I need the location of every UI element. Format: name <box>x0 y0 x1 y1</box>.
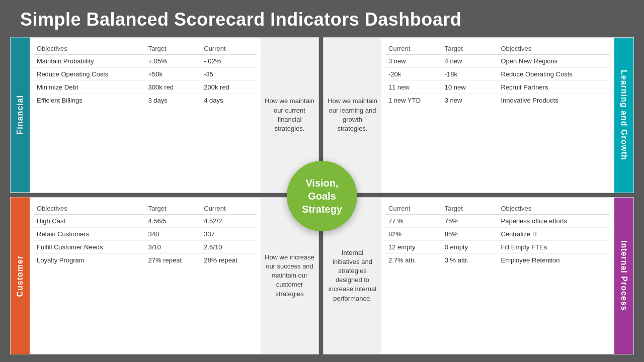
financial-col-current: Current <box>201 43 257 55</box>
financial-description: How we maintain our current financial st… <box>261 38 318 193</box>
table-cell: 300k red <box>145 81 201 94</box>
learning-quadrant: How we maintain our learning and growth … <box>323 37 634 193</box>
table-row: Reduce Operating Costs+50k-35 <box>34 68 257 81</box>
customer-col-objectives: Objectives <box>34 203 145 215</box>
table-row: 77 %75%Paperless office efforts <box>385 214 610 227</box>
table-cell: 82% <box>385 227 442 240</box>
table-cell: Employee Retention <box>498 253 611 266</box>
table-cell: 3 days <box>145 94 201 107</box>
table-cell: 11 new <box>385 81 442 94</box>
table-row: 11 new10 newRecruit Partners <box>385 81 610 94</box>
table-cell: -20k <box>385 68 442 81</box>
table-cell: 2.7% attr. <box>385 253 442 266</box>
customer-label: Customer <box>11 198 30 354</box>
table-cell: Loyalty Program <box>34 253 145 266</box>
table-cell: 3 new <box>442 94 498 107</box>
internal-col-target: Target <box>442 203 498 215</box>
table-cell: 10 new <box>442 81 498 94</box>
table-cell: Centralize IT <box>498 227 611 240</box>
table-cell: -35 <box>201 68 257 81</box>
table-cell: 3 % attr. <box>442 253 498 266</box>
table-cell: 3/10 <box>145 240 201 253</box>
table-cell: 0 empty <box>442 240 498 253</box>
table-cell: 3 new <box>385 55 442 68</box>
table-row: Maintain Probability+.05%-.02% <box>34 55 257 68</box>
table-cell: Reduce Operating Costs <box>498 68 611 81</box>
financial-table: Objectives Target Current Maintain Proba… <box>34 43 257 107</box>
table-cell: Fill Empty FTEs <box>498 240 611 253</box>
learning-col-target: Target <box>442 43 498 55</box>
financial-label: Financial <box>11 38 30 193</box>
customer-table: Objectives Target Current High Cast4.56/… <box>34 203 257 266</box>
financial-col-target: Target <box>145 43 201 55</box>
table-cell: +.05% <box>145 55 201 68</box>
table-cell: 2.6/10 <box>201 240 257 253</box>
internal-table: Current Target Objectives 77 %75%Paperle… <box>385 203 610 266</box>
page-title: Simple Balanced Scorecard Indicators Das… <box>0 0 644 37</box>
table-row: Efficient Billings3 days4 days <box>34 94 257 107</box>
internal-label: Internal Process <box>614 198 633 354</box>
customer-table-section: Objectives Target Current High Cast4.56/… <box>30 198 261 354</box>
table-cell: Fulfill Customer Needs <box>34 240 145 253</box>
table-cell: Recruit Partners <box>498 81 611 94</box>
financial-inner: Objectives Target Current Maintain Proba… <box>30 38 318 193</box>
table-row: High Cast4.56/54.52/2 <box>34 214 257 227</box>
learning-description: How we maintain our learning and growth … <box>324 38 381 193</box>
table-row: Retain Customers340337 <box>34 227 257 240</box>
table-cell: 200k red <box>201 81 257 94</box>
table-cell: Efficient Billings <box>34 94 145 107</box>
table-cell: 4.52/2 <box>201 214 257 227</box>
table-cell: 75% <box>442 214 498 227</box>
dashboard: Simple Balanced Scorecard Indicators Das… <box>0 0 644 362</box>
financial-table-section: Objectives Target Current Maintain Proba… <box>30 38 261 193</box>
table-cell: Paperless office efforts <box>498 214 611 227</box>
table-cell: 1 new YTD <box>385 94 442 107</box>
internal-col-current: Current <box>385 203 442 215</box>
table-cell: -.02% <box>201 55 257 68</box>
table-cell: 85% <box>442 227 498 240</box>
learning-table: Current Target Objectives 3 new4 newOpen… <box>385 43 610 107</box>
table-cell: 27% repeat <box>145 253 201 266</box>
table-cell: 77 % <box>385 214 442 227</box>
internal-inner: Current Target Objectives 77 %75%Paperle… <box>381 198 614 354</box>
learning-col-current: Current <box>385 43 442 55</box>
customer-inner: Objectives Target Current High Cast4.56/… <box>30 198 318 354</box>
table-cell: 340 <box>145 227 201 240</box>
internal-col-objectives: Objectives <box>498 203 611 215</box>
table-cell: 28% repeat <box>201 253 257 266</box>
table-cell: 4 new <box>442 55 498 68</box>
table-cell: Innovative Products <box>498 94 611 107</box>
table-cell: Maintain Probability <box>34 55 145 68</box>
table-cell: Minimize Debt <box>34 81 145 94</box>
table-row: Loyalty Program27% repeat28% repeat <box>34 253 257 266</box>
table-cell: 4.56/5 <box>145 214 201 227</box>
table-cell: 337 <box>201 227 257 240</box>
financial-quadrant: Financial Objectives Target Current Main… <box>10 37 319 193</box>
learning-inner: Current Target Objectives 3 new4 newOpen… <box>381 38 614 193</box>
table-cell: 4 days <box>201 94 257 107</box>
internal-table-section: Current Target Objectives 77 %75%Paperle… <box>381 198 614 354</box>
table-cell: 12 empty <box>385 240 442 253</box>
customer-col-current: Current <box>201 203 257 215</box>
table-row: 3 new4 newOpen New Regions <box>385 55 610 68</box>
table-row: Fulfill Customer Needs3/102.6/10 <box>34 240 257 253</box>
table-row: Minimize Debt300k red200k red <box>34 81 257 94</box>
table-cell: Retain Customers <box>34 227 145 240</box>
table-cell: -18k <box>442 68 498 81</box>
financial-col-objectives: Objectives <box>34 43 145 55</box>
table-row: -20k-18kReduce Operating Costs <box>385 68 610 81</box>
table-cell: High Cast <box>34 214 145 227</box>
table-row: 12 empty0 emptyFill Empty FTEs <box>385 240 610 253</box>
table-row: 1 new YTD3 newInnovative Products <box>385 94 610 107</box>
internal-description: Internal initiatives and strategies desi… <box>324 198 381 354</box>
learning-table-section: Current Target Objectives 3 new4 newOpen… <box>381 38 614 193</box>
internal-quadrant: Internal initiatives and strategies desi… <box>323 197 634 355</box>
table-row: 2.7% attr.3 % attr.Employee Retention <box>385 253 610 266</box>
table-row: 82%85%Centralize IT <box>385 227 610 240</box>
learning-col-objectives: Objectives <box>498 43 611 55</box>
main-grid: Financial Objectives Target Current Main… <box>10 37 634 354</box>
table-cell: Open New Regions <box>498 55 611 68</box>
customer-col-target: Target <box>145 203 201 215</box>
customer-description: How we increase our success and maintain… <box>261 198 318 354</box>
table-cell: +50k <box>145 68 201 81</box>
